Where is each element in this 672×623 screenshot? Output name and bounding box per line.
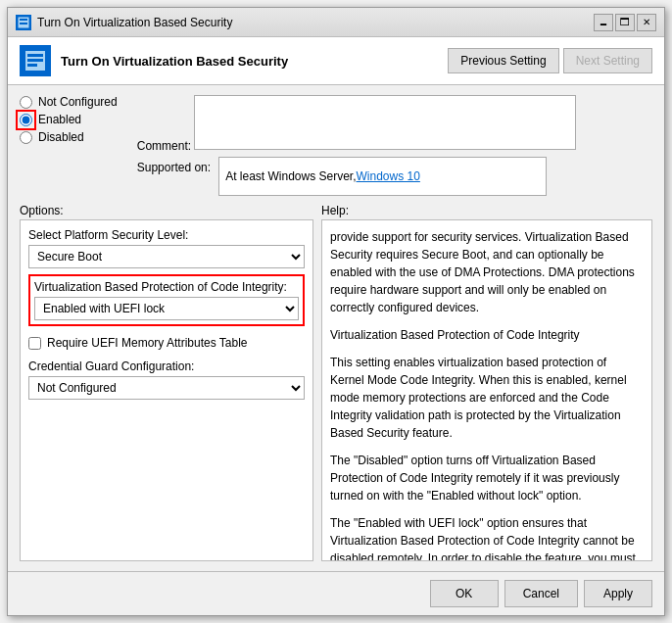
credential-guard-select[interactable]: Not Configured Enabled without lock Enab… — [28, 376, 305, 400]
enabled-radio[interactable] — [20, 114, 32, 126]
comment-supported-area: Comment: Supported on: At least Windows … — [137, 95, 577, 196]
header-buttons: Previous Setting Next Setting — [448, 48, 652, 73]
comment-textarea[interactable] — [194, 95, 576, 150]
not-configured-label: Not Configured — [38, 95, 118, 109]
supported-text-prefix: At least Windows Server, — [225, 169, 356, 183]
options-help-wrapper: Options: Help: Select Platform Security … — [20, 204, 652, 561]
help-para-1: provide support for security services. V… — [330, 228, 644, 316]
uefi-checkbox-row: Require UEFI Memory Attributes Table — [28, 336, 305, 350]
disabled-row: Disabled — [20, 130, 118, 144]
options-panel: Select Platform Security Level: Secure B… — [20, 219, 313, 561]
svg-rect-6 — [27, 64, 37, 67]
title-bar-left: Turn On Virtualization Based Security — [16, 15, 232, 30]
maximize-button[interactable]: 🗖 — [615, 14, 635, 31]
title-text: Turn On Virtualization Based Security — [37, 16, 232, 29]
options-help-labels: Options: Help: — [20, 204, 652, 217]
options-help-content: Select Platform Security Level: Secure B… — [20, 219, 652, 561]
supported-value-box: At least Windows Server, Windows 10 — [218, 157, 547, 196]
credential-guard-label: Credential Guard Configuration: — [28, 359, 305, 373]
help-section-label: Help: — [321, 204, 652, 217]
previous-setting-button[interactable]: Previous Setting — [448, 48, 558, 73]
options-section-label: Options: — [20, 204, 313, 217]
supported-link[interactable]: Windows 10 — [357, 169, 420, 183]
cancel-button[interactable]: Cancel — [504, 580, 578, 607]
ok-button[interactable]: OK — [430, 580, 499, 607]
close-button[interactable]: ✕ — [637, 14, 656, 31]
next-setting-button[interactable]: Next Setting — [563, 48, 652, 73]
help-para-2: Virtualization Based Protection of Code … — [330, 326, 644, 344]
enabled-label: Enabled — [38, 113, 81, 126]
title-buttons: 🗕 🗖 ✕ — [594, 14, 656, 31]
header-title: Turn On Virtualization Based Security — [61, 54, 288, 69]
svg-rect-5 — [27, 59, 43, 62]
header-bar: Turn On Virtualization Based Security Pr… — [8, 37, 664, 85]
minimize-button[interactable]: 🗕 — [594, 14, 613, 31]
disabled-label: Disabled — [38, 130, 84, 144]
bottom-bar: OK Cancel Apply — [8, 571, 664, 615]
apply-button[interactable]: Apply — [584, 580, 652, 607]
supported-label: Supported on: — [137, 157, 211, 174]
help-panel[interactable]: provide support for security services. V… — [321, 219, 652, 561]
platform-security-group: Select Platform Security Level: Secure B… — [28, 228, 305, 268]
disabled-radio[interactable] — [20, 131, 32, 144]
help-para-5: The "Enabled with UEFI lock" option ensu… — [330, 514, 644, 561]
radio-group: Not Configured Enabled Disabled — [20, 95, 118, 196]
header-title-area: Turn On Virtualization Based Security — [20, 45, 448, 76]
enabled-row: Enabled — [20, 113, 118, 126]
help-para-4: The "Disabled" option turns off Virtuali… — [330, 452, 644, 504]
window-icon — [16, 15, 31, 30]
svg-rect-4 — [27, 54, 43, 57]
not-configured-radio[interactable] — [20, 96, 32, 109]
not-configured-row: Not Configured — [20, 95, 118, 109]
main-window: Turn On Virtualization Based Security 🗕 … — [7, 7, 665, 616]
header-icon — [20, 45, 51, 76]
title-bar: Turn On Virtualization Based Security 🗕 … — [8, 8, 664, 37]
platform-security-label: Select Platform Security Level: — [28, 228, 305, 242]
platform-security-select[interactable]: Secure Boot Secure Boot and DMA Protecti… — [28, 245, 305, 268]
uefi-memory-checkbox[interactable] — [28, 337, 41, 350]
uefi-memory-label: Require UEFI Memory Attributes Table — [47, 336, 248, 350]
svg-rect-1 — [20, 19, 27, 21]
content-area: Not Configured Enabled Disabled Comment: — [8, 85, 664, 571]
comment-label: Comment: — [137, 139, 191, 153]
virt-protection-box: Virtualization Based Protection of Code … — [28, 274, 305, 326]
virt-protection-select[interactable]: Disabled Enabled without lock Enabled wi… — [34, 297, 299, 320]
credential-guard-group: Credential Guard Configuration: Not Conf… — [28, 359, 305, 400]
virt-protection-group: Virtualization Based Protection of Code … — [34, 280, 299, 320]
virt-protection-label: Virtualization Based Protection of Code … — [34, 280, 299, 294]
svg-rect-2 — [20, 23, 27, 24]
help-para-3: This setting enables virtualization base… — [330, 354, 644, 442]
comment-section: Comment: — [137, 95, 577, 153]
supported-section: Supported on: At least Windows Server, W… — [137, 157, 577, 196]
top-section: Not Configured Enabled Disabled Comment: — [20, 95, 652, 196]
